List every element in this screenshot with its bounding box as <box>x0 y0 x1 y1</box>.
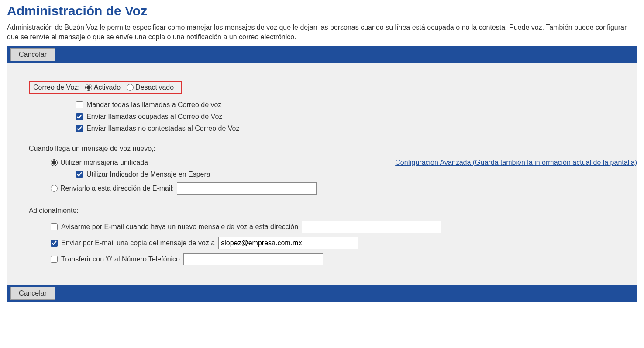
waiting-indicator-row: Utilizar Indicador de Mensaje en Espera <box>76 171 615 178</box>
send-all-row: Mandar todas las llamadas a Correo de vo… <box>76 101 615 109</box>
notify-email-input[interactable] <box>302 221 441 233</box>
send-unanswered-row: Enviar llamadas no contestadas al Correo… <box>76 125 615 132</box>
form-panel: Correo de Voz: Activado Desactivado Mand… <box>7 63 637 285</box>
cancel-button-top[interactable]: Cancelar <box>10 48 55 61</box>
bottom-button-bar: Cancelar <box>7 285 637 302</box>
advanced-config-link[interactable]: Configuración Avanzada (Guarda también l… <box>395 159 637 167</box>
voicemail-on-label: Activado <box>94 84 121 91</box>
cancel-button-bottom[interactable]: Cancelar <box>10 287 55 300</box>
voicemail-on-radio[interactable] <box>85 84 92 91</box>
page-title: Administración de Voz <box>7 3 637 18</box>
copy-email-label: Enviar por E-mail una copia del mensaje … <box>61 239 215 247</box>
send-busy-checkbox[interactable] <box>76 113 83 120</box>
transfer-label: Transferir con '0' al Número Telefónico <box>61 255 180 263</box>
notify-email-checkbox[interactable] <box>51 223 58 230</box>
new-message-section-label: Cuando llega un mensaje de voz nuevo,: <box>29 145 615 153</box>
copy-email-row: Enviar por E-mail una copia del mensaje … <box>51 237 615 249</box>
forward-email-input[interactable] <box>177 182 317 195</box>
waiting-indicator-checkbox[interactable] <box>76 171 83 178</box>
voicemail-off-label: Desactivado <box>135 84 174 91</box>
forward-email-radio[interactable] <box>51 185 58 192</box>
send-unanswered-label: Enviar llamadas no contestadas al Correo… <box>86 125 239 132</box>
send-all-label: Mandar todas las llamadas a Correo de vo… <box>86 101 222 109</box>
page-description: Administración de Buzón Voz le permite e… <box>7 23 637 42</box>
voicemail-status-highlight: Correo de Voz: Activado Desactivado <box>29 81 182 94</box>
top-button-bar: Cancelar <box>7 46 637 63</box>
transfer-checkbox[interactable] <box>51 256 58 263</box>
voicemail-status-label: Correo de Voz: <box>33 84 80 91</box>
send-all-checkbox[interactable] <box>76 101 83 108</box>
voicemail-off-radio[interactable] <box>127 84 134 91</box>
send-unanswered-checkbox[interactable] <box>76 125 83 132</box>
send-busy-label: Enviar llamadas ocupadas al Correo de Vo… <box>86 113 222 121</box>
forward-email-label: Renviarlo a esta dirección de E-mail: <box>60 184 174 192</box>
notify-email-row: Avisarme por E-mail cuando haya un nuevo… <box>51 221 615 233</box>
voicemail-on-radio-group[interactable]: Activado <box>85 84 121 91</box>
additional-section-label: Adicionalmente: <box>29 207 615 215</box>
unified-messaging-radio[interactable] <box>51 159 58 166</box>
unified-messaging-label: Utilizar mensajería unificada <box>60 159 148 167</box>
unified-messaging-row: Utilizar mensajería unificada Configurac… <box>51 159 637 167</box>
copy-email-checkbox[interactable] <box>51 240 58 247</box>
voicemail-off-radio-group[interactable]: Desactivado <box>127 84 174 91</box>
waiting-indicator-label: Utilizar Indicador de Mensaje en Espera <box>86 171 210 178</box>
transfer-input[interactable] <box>183 253 323 265</box>
forward-email-row: Renviarlo a esta dirección de E-mail: <box>51 182 615 195</box>
copy-email-input[interactable] <box>218 237 358 249</box>
send-busy-row: Enviar llamadas ocupadas al Correo de Vo… <box>76 113 615 121</box>
notify-email-label: Avisarme por E-mail cuando haya un nuevo… <box>61 223 298 231</box>
transfer-row: Transferir con '0' al Número Telefónico <box>51 253 615 265</box>
